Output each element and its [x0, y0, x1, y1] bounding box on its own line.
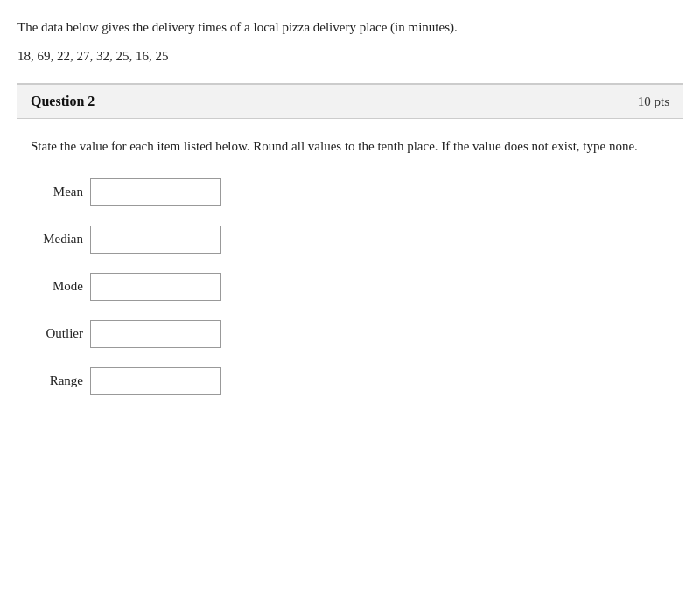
- mean-input[interactable]: [90, 178, 221, 206]
- range-input[interactable]: [90, 367, 221, 395]
- mean-label: Mean: [31, 185, 83, 199]
- outlier-label: Outlier: [31, 326, 83, 341]
- median-input[interactable]: [90, 226, 221, 254]
- mode-input[interactable]: [90, 273, 221, 301]
- question-title: Question 2: [31, 94, 94, 109]
- mode-label: Mode: [31, 279, 83, 294]
- outlier-input[interactable]: [90, 320, 221, 348]
- question-points: 10 pts: [638, 94, 669, 109]
- intro-data-values: 18, 69, 22, 27, 32, 25, 16, 25: [18, 46, 682, 66]
- outlier-row: Outlier: [31, 320, 669, 348]
- page-container: The data below gives the delivery times …: [0, 0, 700, 449]
- range-row: Range: [31, 367, 669, 395]
- range-label: Range: [31, 373, 83, 388]
- question-body: State the value for each item listed bel…: [18, 119, 682, 432]
- mode-row: Mode: [31, 273, 669, 301]
- median-row: Median: [31, 226, 669, 254]
- question-instructions: State the value for each item listed bel…: [31, 136, 669, 157]
- median-label: Median: [31, 232, 83, 247]
- intro-description: The data below gives the delivery times …: [18, 17, 682, 38]
- question-header: Question 2 10 pts: [18, 84, 682, 119]
- mean-row: Mean: [31, 178, 669, 206]
